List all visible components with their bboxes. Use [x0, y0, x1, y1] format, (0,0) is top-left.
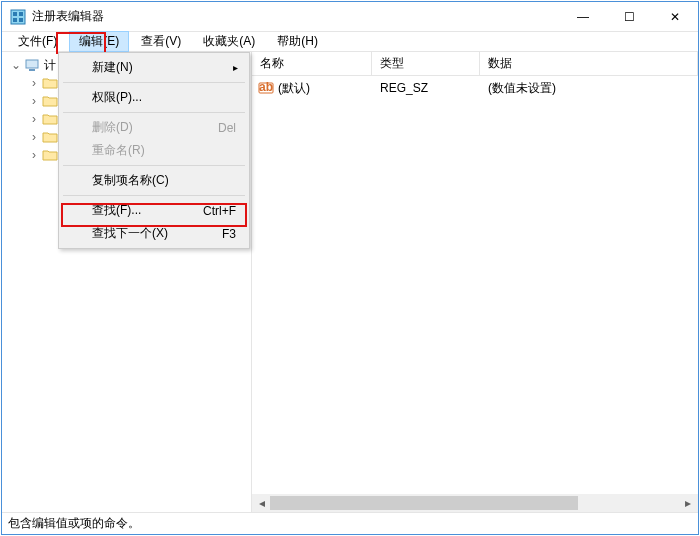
folder-icon: [42, 76, 58, 90]
value-data: (数值未设置): [480, 80, 698, 97]
titlebar: 注册表编辑器 — ☐ ✕: [2, 2, 698, 32]
menu-help[interactable]: 帮助(H): [267, 31, 328, 52]
maximize-button[interactable]: ☐: [606, 2, 652, 31]
folder-icon: [42, 94, 58, 108]
window-title: 注册表编辑器: [32, 8, 560, 25]
menu-separator: [63, 165, 245, 166]
statusbar: 包含编辑值或项的命令。: [2, 512, 698, 534]
column-data[interactable]: 数据: [480, 51, 698, 76]
list-row[interactable]: ab (默认) REG_SZ (数值未设置): [252, 78, 698, 98]
computer-icon: [24, 58, 40, 72]
list-panel: 名称 类型 数据 ab (默认) REG_SZ (数值未设置) ◂: [252, 52, 698, 512]
minimize-button[interactable]: —: [560, 2, 606, 31]
list-body: ab (默认) REG_SZ (数值未设置): [252, 76, 698, 494]
menu-delete: 删除(D) Del: [62, 116, 246, 139]
column-name[interactable]: 名称: [252, 51, 372, 76]
close-button[interactable]: ✕: [652, 2, 698, 31]
edit-menu-dropdown: 新建(N) ▸ 权限(P)... 删除(D) Del 重命名(R) 复制项名称(…: [58, 52, 250, 249]
menu-find-next[interactable]: 查找下一个(X) F3: [62, 222, 246, 245]
expand-icon[interactable]: ›: [28, 149, 40, 161]
scroll-right-icon[interactable]: ▸: [680, 496, 696, 510]
menu-permissions[interactable]: 权限(P)...: [62, 86, 246, 109]
menu-rename: 重命名(R): [62, 139, 246, 162]
menu-new[interactable]: 新建(N) ▸: [62, 56, 246, 79]
column-type[interactable]: 类型: [372, 51, 480, 76]
value-name: (默认): [278, 80, 310, 97]
status-text: 包含编辑值或项的命令。: [8, 515, 140, 532]
menu-separator: [63, 112, 245, 113]
scroll-left-icon[interactable]: ◂: [254, 496, 270, 510]
svg-text:ab: ab: [259, 80, 273, 94]
folder-icon: [42, 112, 58, 126]
menu-separator: [63, 195, 245, 196]
string-value-icon: ab: [258, 80, 274, 96]
folder-icon: [42, 130, 58, 144]
scroll-track[interactable]: [270, 496, 680, 510]
svg-rect-3: [19, 12, 23, 16]
submenu-arrow-icon: ▸: [233, 62, 238, 73]
expand-icon[interactable]: ›: [28, 113, 40, 125]
scroll-thumb[interactable]: [270, 496, 578, 510]
expand-icon[interactable]: ⌄: [10, 59, 22, 71]
svg-rect-5: [19, 18, 23, 22]
value-type: REG_SZ: [372, 81, 480, 95]
expand-icon[interactable]: ›: [28, 95, 40, 107]
menu-file[interactable]: 文件(F): [8, 31, 67, 52]
app-icon: [10, 9, 26, 25]
menubar: 文件(F) 编辑(E) 查看(V) 收藏夹(A) 帮助(H): [2, 32, 698, 52]
menu-view[interactable]: 查看(V): [131, 31, 191, 52]
svg-rect-4: [13, 18, 17, 22]
horizontal-scrollbar[interactable]: ◂ ▸: [252, 494, 698, 512]
svg-rect-7: [29, 69, 35, 71]
menu-favorites[interactable]: 收藏夹(A): [193, 31, 265, 52]
folder-icon: [42, 148, 58, 162]
menu-separator: [63, 82, 245, 83]
expand-icon[interactable]: ›: [28, 131, 40, 143]
svg-rect-6: [26, 60, 38, 68]
list-header: 名称 类型 数据: [252, 52, 698, 76]
menu-edit[interactable]: 编辑(E): [69, 31, 129, 52]
svg-rect-2: [13, 12, 17, 16]
tree-root-label: 计: [44, 57, 56, 74]
menu-copy-key-name[interactable]: 复制项名称(C): [62, 169, 246, 192]
menu-find[interactable]: 查找(F)... Ctrl+F: [62, 199, 246, 222]
expand-icon[interactable]: ›: [28, 77, 40, 89]
window-controls: — ☐ ✕: [560, 2, 698, 31]
